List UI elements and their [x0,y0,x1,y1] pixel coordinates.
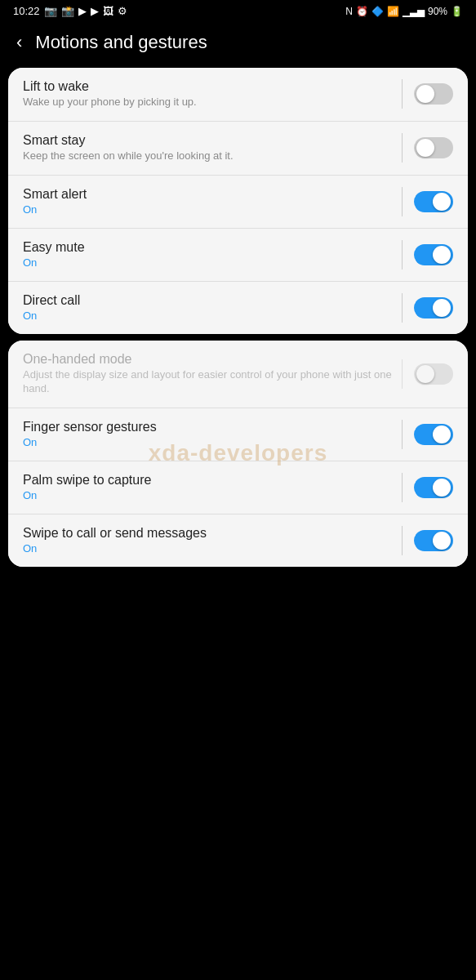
toggle-knob [416,85,434,103]
toggle-knob [433,246,451,264]
palm-swipe-toggle[interactable] [414,477,453,498]
setting-status: On [23,489,394,501]
setting-status: On [23,542,394,555]
direct-call-toggle[interactable] [414,297,453,318]
wifi-icon: ▁▃▅ [403,6,425,17]
setting-status: On [23,203,394,216]
divider [402,79,403,109]
setting-subtitle: Wake up your phone by picking it up. [23,96,394,109]
lift-to-wake-toggle[interactable] [414,83,453,105]
battery-percent: 90% [428,6,447,17]
setting-status: On [23,310,394,322]
list-item[interactable]: Smart stay Keep the screen on while you'… [8,122,468,176]
one-handed-toggle[interactable] [414,363,453,385]
divider [402,359,403,389]
divider [402,187,403,216]
back-button[interactable]: ‹ [13,29,25,56]
setting-title: Direct call [23,293,394,308]
toggle-knob [433,479,451,497]
setting-text-easy-mute: Easy mute On [23,240,394,269]
list-item[interactable]: Smart alert On [8,176,468,229]
settings-icon: ⚙ [118,5,127,17]
setting-text-smart-stay: Smart stay Keep the screen on while you'… [23,133,394,163]
divider [402,133,403,163]
setting-text-finger-sensor: Finger sensor gestures On [23,420,394,448]
toggle-knob [433,299,451,317]
setting-text-one-handed: One-handed mode Adjust the display size … [23,352,394,396]
list-item[interactable]: Lift to wake Wake up your phone by picki… [8,68,468,122]
setting-subtitle: Keep the screen on while you're looking … [23,149,394,163]
divider [402,240,403,270]
setting-title: One-handed mode [23,352,394,367]
list-item[interactable]: Palm swipe to capture On [8,461,468,514]
alarm-icon: ⏰ [356,6,368,17]
page-header: ‹ Motions and gestures [0,20,476,68]
signal-icon: 📶 [387,6,399,17]
setting-title: Finger sensor gestures [23,420,394,434]
toggle-knob [416,139,434,157]
setting-status: On [23,436,394,448]
play2-icon: ▶ [91,5,99,17]
finger-sensor-toggle[interactable] [414,424,453,445]
easy-mute-toggle[interactable] [414,244,453,265]
card-2-wrapper: One-handed mode Adjust the display size … [8,341,468,567]
setting-text-smart-alert: Smart alert On [23,187,394,216]
card-1: Lift to wake Wake up your phone by picki… [8,68,468,334]
list-item[interactable]: Easy mute On [8,229,468,282]
toggle-knob [433,425,451,443]
setting-text-lift-to-wake: Lift to wake Wake up your phone by picki… [23,79,394,109]
content-area: Lift to wake Wake up your phone by picki… [0,68,476,567]
status-right: N ⏰ 🔷 📶 ▁▃▅ 90% 🔋 [345,6,463,17]
divider [402,293,403,323]
toggle-knob [433,532,451,550]
smart-alert-toggle[interactable] [414,191,453,212]
toggle-knob [416,365,434,383]
camera-icon: 📷 [44,5,57,17]
divider [402,473,403,502]
list-item[interactable]: Direct call On [8,282,468,334]
status-bar: 10:22 📷 📸 ▶ ▶ 🖼 ⚙ N ⏰ 🔷 📶 ▁▃▅ 90% 🔋 [0,0,476,20]
bluetooth-icon: 🔷 [371,6,384,17]
setting-title: Palm swipe to capture [23,473,394,488]
card-2: One-handed mode Adjust the display size … [8,341,468,567]
list-item[interactable]: Swipe to call or send messages On [8,514,468,567]
toggle-knob [433,193,451,211]
battery-icon: 🔋 [451,6,463,17]
nfc-icon: N [345,6,353,17]
page-title: Motions and gestures [35,32,207,53]
setting-title: Easy mute [23,240,394,255]
instagram-icon: 📸 [61,5,74,17]
play-icon: ▶ [78,5,87,17]
divider [402,420,403,449]
swipe-call-toggle[interactable] [414,530,453,551]
setting-subtitle: Adjust the display size and layout for e… [23,368,394,396]
list-item[interactable]: One-handed mode Adjust the display size … [8,341,468,408]
status-left: 10:22 📷 📸 ▶ ▶ 🖼 ⚙ [13,5,127,17]
smart-stay-toggle[interactable] [414,137,453,158]
setting-text-swipe-call: Swipe to call or send messages On [23,526,394,555]
setting-text-palm-swipe: Palm swipe to capture On [23,473,394,501]
time: 10:22 [13,5,40,17]
setting-title: Lift to wake [23,79,394,94]
setting-title: Smart stay [23,133,394,148]
photo-icon: 🖼 [103,5,113,17]
divider [402,526,403,555]
setting-status: On [23,256,394,269]
list-item[interactable]: Finger sensor gestures On [8,408,468,461]
setting-title: Smart alert [23,187,394,202]
setting-text-direct-call: Direct call On [23,293,394,322]
setting-title: Swipe to call or send messages [23,526,394,541]
